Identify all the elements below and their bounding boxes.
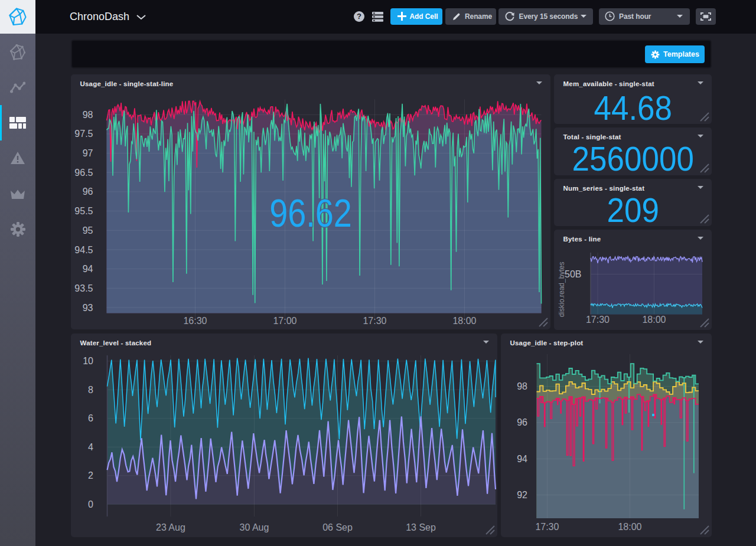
svg-text:2: 2	[88, 470, 93, 480]
svg-text:8: 8	[88, 384, 93, 394]
svg-text:17:00: 17:00	[273, 315, 296, 325]
svg-text:17:30: 17:30	[585, 314, 609, 324]
svg-text:95: 95	[82, 225, 93, 235]
svg-text:98: 98	[517, 381, 527, 391]
svg-text:6: 6	[88, 413, 93, 423]
svg-text:10: 10	[83, 356, 93, 366]
svg-text:4: 4	[88, 442, 93, 452]
svg-text:95.5: 95.5	[74, 206, 93, 216]
svg-text:18:00: 18:00	[452, 315, 476, 325]
svg-text:94.5: 94.5	[74, 244, 93, 254]
svg-text:94: 94	[517, 453, 527, 463]
svg-text:94: 94	[82, 264, 93, 274]
svg-text:93.5: 93.5	[74, 283, 93, 293]
svg-text:30 Aug: 30 Aug	[239, 522, 269, 532]
svg-text:13 Sep: 13 Sep	[406, 522, 436, 532]
svg-text:98: 98	[82, 109, 93, 119]
svg-text:92: 92	[517, 490, 527, 500]
svg-text:18:00: 18:00	[618, 521, 641, 531]
svg-text:96: 96	[517, 417, 527, 427]
svg-text:0: 0	[88, 499, 93, 509]
svg-text:93: 93	[82, 302, 93, 312]
svg-text:96: 96	[82, 187, 93, 197]
svg-text:17:30: 17:30	[535, 521, 559, 531]
svg-text:97.5: 97.5	[74, 129, 93, 139]
svg-text:50B: 50B	[565, 269, 581, 279]
svg-text:06 Sep: 06 Sep	[322, 522, 353, 532]
svg-text:97: 97	[82, 148, 93, 158]
svg-text:23 Aug: 23 Aug	[155, 522, 185, 532]
svg-text:16:30: 16:30	[183, 315, 207, 325]
svg-text:17:30: 17:30	[363, 315, 386, 325]
svg-text:18:00: 18:00	[642, 314, 666, 324]
svg-text:96.5: 96.5	[74, 167, 93, 177]
